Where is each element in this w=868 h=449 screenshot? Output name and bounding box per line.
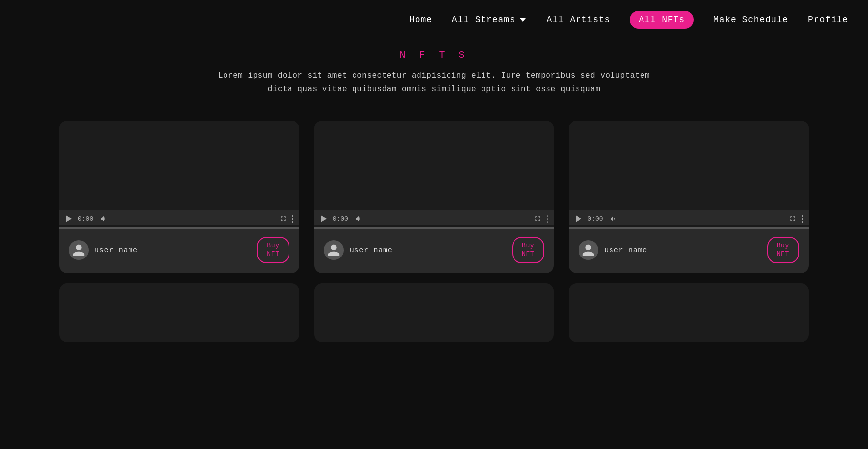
partial-dark-2 <box>314 283 554 342</box>
volume-icon-1 <box>100 215 108 223</box>
time-display-3: 0:00 <box>587 215 605 223</box>
play-button-2[interactable] <box>320 214 328 223</box>
svg-marker-0 <box>520 18 526 22</box>
nft-card-partial-2 <box>314 283 554 342</box>
video-controls-1: 0:00 <box>59 210 299 225</box>
buy-nft-button-2[interactable]: BuyNFT <box>512 237 544 263</box>
user-name-1: user name <box>95 246 138 255</box>
video-player-3: 0:00 <box>569 121 809 229</box>
nft-card-3: 0:00 <box>569 121 809 273</box>
video-area-2 <box>314 121 554 210</box>
dropdown-arrow-icon[interactable] <box>518 15 527 24</box>
avatar-1 <box>69 240 89 260</box>
volume-icon-2 <box>355 215 363 223</box>
nft-card-partial-3 <box>569 283 809 342</box>
video-controls-2: 0:00 <box>314 210 554 225</box>
page-title: N F T S <box>0 49 868 61</box>
user-info-2: user name <box>324 240 393 260</box>
play-icon-2 <box>321 215 327 222</box>
page-description: Lorem ipsum dolor sit amet consectetur a… <box>213 69 656 96</box>
user-info-3: user name <box>579 240 647 260</box>
page-header: N F T S Lorem ipsum dolor sit amet conse… <box>0 49 868 96</box>
video-player-1: 0:00 <box>59 121 299 229</box>
user-name-2: user name <box>350 246 393 255</box>
nav-all-streams[interactable]: All Streams <box>452 15 515 25</box>
nav-all-streams-container: All Streams <box>452 15 527 25</box>
play-button-1[interactable] <box>65 214 73 223</box>
buy-nft-button-3[interactable]: BuyNFT <box>767 237 799 263</box>
fullscreen-icon-2 <box>534 215 542 223</box>
play-icon-3 <box>576 215 581 222</box>
progress-bar-1[interactable] <box>59 227 299 229</box>
nav-make-schedule[interactable]: Make Schedule <box>713 15 788 25</box>
video-area-1 <box>59 121 299 210</box>
avatar-2 <box>324 240 344 260</box>
card-footer-1: user name BuyNFT <box>59 229 299 263</box>
buy-nft-button-1[interactable]: BuyNFT <box>257 237 289 263</box>
nav-all-artists[interactable]: All Artists <box>547 15 611 25</box>
fullscreen-icon-3 <box>789 215 797 223</box>
avatar-3 <box>579 240 598 260</box>
video-player-2: 0:00 <box>314 121 554 229</box>
video-controls-3: 0:00 <box>569 210 809 225</box>
time-display-2: 0:00 <box>333 215 350 223</box>
more-options-icon-3[interactable] <box>802 215 803 223</box>
play-icon-1 <box>66 215 72 222</box>
nav-all-nfts-active[interactable]: All NFTs <box>630 11 694 29</box>
nft-card-1: 0:00 <box>59 121 299 273</box>
partial-dark-3 <box>569 283 809 342</box>
card-footer-3: user name BuyNFT <box>569 229 809 263</box>
nft-card-2: 0:00 <box>314 121 554 273</box>
user-name-3: user name <box>604 246 647 255</box>
volume-icon-3 <box>610 215 617 223</box>
nav-profile[interactable]: Profile <box>808 15 848 25</box>
more-options-icon-1[interactable] <box>292 215 293 223</box>
video-area-3 <box>569 121 809 210</box>
time-display-1: 0:00 <box>78 215 95 223</box>
user-info-1: user name <box>69 240 138 260</box>
bottom-cards-grid <box>0 283 868 352</box>
card-footer-2: user name BuyNFT <box>314 229 554 263</box>
nft-cards-grid: 0:00 <box>0 111 868 283</box>
nft-card-partial-1 <box>59 283 299 342</box>
more-options-icon-2[interactable] <box>547 215 548 223</box>
play-button-3[interactable] <box>575 214 582 223</box>
partial-dark-1 <box>59 283 299 342</box>
nav-home[interactable]: Home <box>409 15 432 25</box>
progress-bar-3[interactable] <box>569 227 809 229</box>
progress-bar-2[interactable] <box>314 227 554 229</box>
main-nav: Home All Streams All Artists All NFTs Ma… <box>0 0 868 39</box>
fullscreen-icon-1 <box>279 215 287 223</box>
